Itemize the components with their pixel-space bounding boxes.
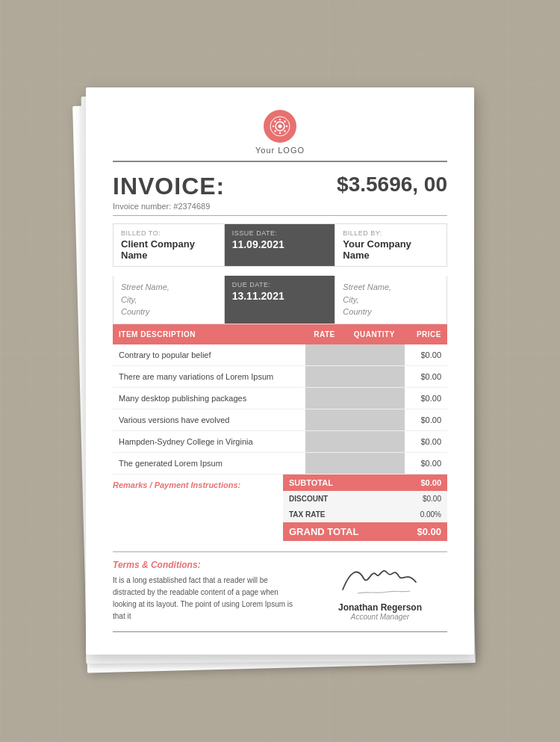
billed-to-label: BILLED TO: — [121, 229, 217, 237]
paper-stack: Your LOGO INVOICE: Invoice number: #2374… — [86, 87, 474, 655]
cell-description: There are many variations of Lorem Ipsum — [113, 365, 305, 387]
table-row: Hampden-Sydney College in Virginia$0.00 — [113, 430, 447, 452]
col-description: iTEM DESCRIPTION — [113, 324, 305, 344]
svg-point-3 — [279, 119, 281, 120]
footer-section: Terms & Conditions: It is a long establi… — [113, 560, 447, 622]
title-divider — [113, 215, 447, 216]
cell-price: $0.00 — [405, 409, 447, 430]
billed-by-address-cell: Street Name,City,Country — [335, 276, 447, 324]
subtotal-label: SUBTOTAL — [283, 474, 396, 491]
totals-table: SUBTOTAL $0.00 DISCOUNT $0.00 TAX RATE 0… — [283, 474, 447, 541]
footer-divider — [113, 551, 447, 552]
cell-price: $0.00 — [405, 365, 447, 387]
cell-rate — [305, 387, 343, 409]
issue-date-label: ISSUE DATE: — [232, 229, 328, 237]
billing-grid-row2: Street Name,City,Country DUE DATE: 13.11… — [113, 276, 447, 324]
billed-by-company: Your Company Name — [343, 238, 439, 261]
svg-point-7 — [274, 121, 276, 123]
svg-point-6 — [286, 126, 287, 127]
discount-row: DISCOUNT $0.00 — [283, 491, 447, 507]
cell-description: Contrary to popular belief — [113, 344, 305, 366]
table-row: The generated Lorem Ipsum$0.00 — [113, 452, 447, 474]
discount-value: $0.00 — [396, 491, 447, 507]
cell-quantity — [343, 409, 405, 430]
signer-title: Account Manager — [351, 613, 409, 621]
due-date-cell: DUE DATE: 13.11.2021 — [225, 276, 336, 324]
table-row: Various versions have evolved$0.00 — [113, 409, 447, 430]
grandtotal-row: GRAND TOTAL $0.00 — [283, 522, 447, 541]
signer-name: Jonathan Regerson — [338, 602, 422, 613]
cell-quantity — [343, 344, 405, 366]
cell-rate — [305, 430, 343, 452]
table-row: Many desktop publishing packages$0.00 — [113, 387, 447, 409]
svg-point-5 — [273, 126, 274, 127]
cell-description: Various versions have evolved — [113, 409, 305, 430]
items-table: iTEM DESCRIPTION RATE QUANTITY PRICE Con… — [113, 324, 447, 474]
logo-icon — [264, 110, 296, 143]
cell-price: $0.00 — [405, 452, 447, 474]
logo-text: Your LOGO — [255, 146, 305, 155]
cell-quantity — [343, 387, 405, 409]
issue-date-value: 11.09.2021 — [232, 238, 328, 250]
subtotal-row: SUBTOTAL $0.00 — [283, 474, 447, 491]
terms-col: Terms & Conditions: It is a long establi… — [113, 560, 298, 622]
due-date-value: 13.11.2021 — [232, 290, 328, 302]
table-row: Contrary to popular belief$0.00 — [113, 344, 447, 366]
discount-label: DISCOUNT — [283, 491, 396, 507]
totals-col: SUBTOTAL $0.00 DISCOUNT $0.00 TAX RATE 0… — [283, 474, 447, 541]
grandtotal-value: $0.00 — [396, 522, 447, 541]
grandtotal-label: GRAND TOTAL — [283, 522, 396, 541]
col-quantity: QUANTITY — [343, 324, 405, 344]
bottom-section: Remarks / Payment Instructions: SUBTOTAL… — [113, 474, 447, 541]
cell-quantity — [343, 430, 405, 452]
cell-description: The generated Lorem Ipsum — [113, 452, 305, 474]
signature-icon — [335, 560, 425, 601]
cell-price: $0.00 — [405, 430, 447, 452]
invoice-number: Invoice number: #2374689 — [113, 202, 225, 211]
billed-to-cell: BILLED TO: Client Company Name — [113, 224, 225, 266]
col-price: PRICE — [405, 324, 447, 344]
terms-title: Terms & Conditions: — [113, 560, 298, 570]
svg-point-8 — [284, 121, 285, 123]
svg-point-2 — [279, 125, 282, 129]
cell-rate — [305, 409, 343, 430]
billed-by-cell: BILLED BY: Your Company Name — [335, 224, 447, 266]
invoice-title-group: INVOICE: Invoice number: #2374689 — [113, 173, 225, 211]
cell-rate — [305, 344, 343, 366]
cell-quantity — [343, 365, 405, 387]
cell-description: Many desktop publishing packages — [113, 387, 305, 409]
col-rate: RATE — [305, 324, 343, 344]
billed-by-address: Street Name,City,Country — [343, 281, 439, 318]
cell-price: $0.00 — [405, 344, 447, 366]
taxrate-row: TAX RATE 0.00% — [283, 507, 447, 522]
svg-point-9 — [274, 131, 276, 132]
cell-description: Hampden-Sydney College in Virginia — [113, 430, 305, 452]
remarks-col: Remarks / Payment Instructions: — [113, 474, 283, 541]
invoice-paper: Your LOGO INVOICE: Invoice number: #2374… — [86, 87, 474, 655]
title-row: INVOICE: Invoice number: #2374689 $3.569… — [113, 173, 447, 211]
issue-date-cell: ISSUE DATE: 11.09.2021 — [225, 224, 336, 266]
table-header-row: iTEM DESCRIPTION RATE QUANTITY PRICE — [113, 324, 447, 344]
remarks-label: Remarks / Payment Instructions: — [113, 480, 283, 489]
billed-to-address-cell: Street Name,City,Country — [113, 276, 225, 324]
header-divider — [113, 161, 447, 162]
billed-to-company: Client Company Name — [121, 238, 217, 261]
bottom-divider — [113, 631, 447, 632]
cell-quantity — [343, 452, 405, 474]
table-row: There are many variations of Lorem Ipsum… — [113, 365, 447, 387]
invoice-amount: $3.5696, 00 — [337, 173, 447, 197]
cell-rate — [305, 452, 343, 474]
terms-text: It is a long established fact that a rea… — [113, 575, 298, 622]
header: Your LOGO — [113, 110, 447, 162]
billing-grid-row1: BILLED TO: Client Company Name ISSUE DAT… — [113, 223, 447, 267]
due-date-label: DUE DATE: — [232, 281, 328, 288]
cell-rate — [305, 365, 343, 387]
taxrate-label: TAX RATE — [283, 507, 396, 522]
cell-price: $0.00 — [405, 387, 447, 409]
billed-to-address: Street Name,City,Country — [121, 281, 217, 318]
billed-by-label: BILLED BY: — [343, 229, 439, 237]
subtotal-value: $0.00 — [396, 474, 447, 491]
svg-point-10 — [284, 131, 285, 132]
invoice-title: INVOICE: — [113, 173, 225, 200]
signature-col: Jonathan Regerson Account Manager — [313, 560, 447, 621]
